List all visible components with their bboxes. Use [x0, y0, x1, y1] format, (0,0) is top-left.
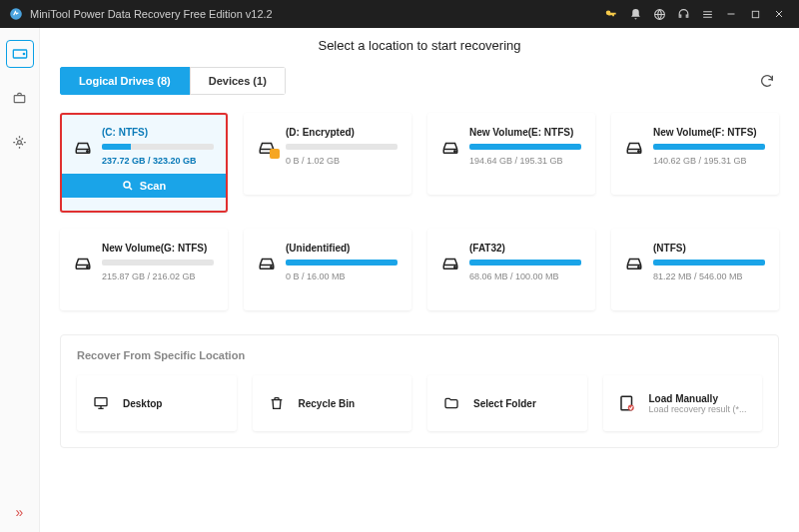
specific-location-title: Recover From Specific Location: [77, 349, 762, 361]
drive-label: New Volume(G: NTFS): [102, 243, 214, 254]
page-heading: Select a location to start recovering: [60, 28, 779, 67]
scan-label: Scan: [140, 180, 166, 192]
menu-icon[interactable]: [695, 2, 719, 26]
drive-size: 215.87 GB / 216.02 GB: [102, 271, 214, 281]
trash-icon: [267, 393, 287, 413]
headset-icon[interactable]: [671, 2, 695, 26]
location-folder-label: Select Folder: [473, 398, 536, 409]
svg-rect-2: [752, 11, 758, 17]
refresh-icon[interactable]: [755, 69, 779, 93]
location-manual-label: Load Manually: [649, 393, 747, 404]
drive-label: (D: Encrypted): [286, 127, 398, 138]
drive-icon: [258, 257, 276, 270]
drive-icon: [74, 141, 92, 155]
drive-card[interactable]: (D: Encrypted)0 B / 1.02 GB: [244, 113, 411, 195]
tab-logical-drives[interactable]: Logical Drives (8): [60, 67, 190, 95]
svg-point-8: [87, 151, 89, 153]
sidebar-item-settings[interactable]: [6, 128, 34, 156]
location-select-folder[interactable]: Select Folder: [427, 375, 587, 431]
location-manual-sub: Load recovery result (*...: [649, 404, 747, 414]
window-title: MiniTool Power Data Recovery Free Editio…: [30, 8, 599, 20]
drive-label: (C: NTFS): [102, 127, 214, 138]
load-icon: [617, 393, 637, 413]
drive-size: 140.62 GB / 195.31 GB: [653, 156, 765, 166]
drive-card[interactable]: (NTFS)81.22 MB / 546.00 MB: [611, 229, 779, 310]
bell-icon[interactable]: [623, 2, 647, 26]
drive-icon: [441, 141, 459, 155]
svg-point-21: [454, 266, 456, 268]
drive-icon: [625, 257, 643, 270]
drive-card[interactable]: (C: NTFS)237.72 GB / 323.20 GBScan: [60, 113, 228, 213]
usage-bar: [653, 260, 765, 266]
drive-card[interactable]: (Unidentified)0 B / 16.00 MB: [244, 229, 411, 310]
lock-icon: [270, 149, 280, 159]
minimize-icon[interactable]: [719, 2, 743, 26]
drive-label: New Volume(E: NTFS): [469, 127, 581, 138]
svg-rect-5: [14, 96, 25, 103]
drive-card[interactable]: New Volume(F: NTFS)140.62 GB / 195.31 GB: [611, 113, 779, 195]
sidebar-item-briefcase[interactable]: [6, 84, 34, 112]
drive-size: 68.06 MB / 100.00 MB: [469, 271, 581, 281]
usage-bar: [469, 144, 581, 150]
svg-point-19: [271, 266, 273, 268]
scan-button[interactable]: Scan: [62, 174, 226, 198]
drive-card[interactable]: (FAT32)68.06 MB / 100.00 MB: [427, 229, 595, 310]
specific-location-section: Recover From Specific Location Desktop R…: [60, 334, 779, 448]
drive-size: 81.22 MB / 546.00 MB: [653, 271, 765, 281]
globe-icon[interactable]: [647, 2, 671, 26]
svg-point-23: [638, 266, 640, 268]
svg-point-17: [87, 266, 89, 268]
desktop-icon: [91, 393, 111, 413]
drive-size: 0 B / 1.02 GB: [286, 156, 398, 166]
svg-point-4: [23, 53, 24, 54]
location-load-manually[interactable]: Load Manually Load recovery result (*...: [603, 375, 763, 431]
drive-icon: [258, 141, 276, 155]
close-icon[interactable]: [767, 2, 791, 26]
drive-label: (NTFS): [653, 243, 765, 254]
usage-bar: [286, 260, 398, 266]
drive-size: 237.72 GB / 323.20 GB: [102, 156, 214, 166]
drive-label: New Volume(F: NTFS): [653, 127, 765, 138]
svg-rect-24: [95, 398, 107, 406]
location-recycle-label: Recycle Bin: [299, 398, 356, 409]
drive-tabs: Logical Drives (8) Devices (1): [60, 67, 286, 95]
sidebar: »: [0, 28, 40, 532]
usage-bar: [469, 260, 581, 266]
drive-size: 194.64 GB / 195.31 GB: [469, 156, 581, 166]
drive-card[interactable]: New Volume(G: NTFS)215.87 GB / 216.02 GB: [60, 229, 228, 310]
usage-bar: [653, 144, 765, 150]
drive-grid: (C: NTFS)237.72 GB / 323.20 GBScan(D: En…: [60, 113, 779, 310]
maximize-icon[interactable]: [743, 2, 767, 26]
sidebar-expand-icon[interactable]: »: [16, 504, 24, 520]
usage-bar: [102, 260, 214, 266]
drive-card[interactable]: New Volume(E: NTFS)194.64 GB / 195.31 GB: [427, 113, 595, 195]
svg-point-15: [638, 151, 640, 153]
location-desktop[interactable]: Desktop: [77, 375, 237, 431]
location-recycle-bin[interactable]: Recycle Bin: [253, 375, 412, 431]
tab-devices[interactable]: Devices (1): [190, 67, 286, 95]
app-logo-icon: [8, 6, 24, 22]
drive-icon: [625, 141, 643, 155]
drive-size: 0 B / 16.00 MB: [286, 271, 398, 281]
svg-point-6: [18, 140, 22, 144]
sidebar-item-recover[interactable]: [6, 40, 34, 68]
location-desktop-label: Desktop: [123, 398, 162, 409]
drive-icon: [74, 257, 92, 270]
svg-point-9: [124, 182, 130, 188]
drive-label: (Unidentified): [286, 243, 398, 254]
drive-label: (FAT32): [469, 243, 581, 254]
drive-icon: [441, 257, 459, 270]
usage-bar: [286, 144, 398, 150]
folder-icon: [441, 393, 461, 413]
usage-bar: [102, 144, 214, 150]
svg-point-13: [454, 151, 456, 153]
key-icon[interactable]: [599, 2, 623, 26]
